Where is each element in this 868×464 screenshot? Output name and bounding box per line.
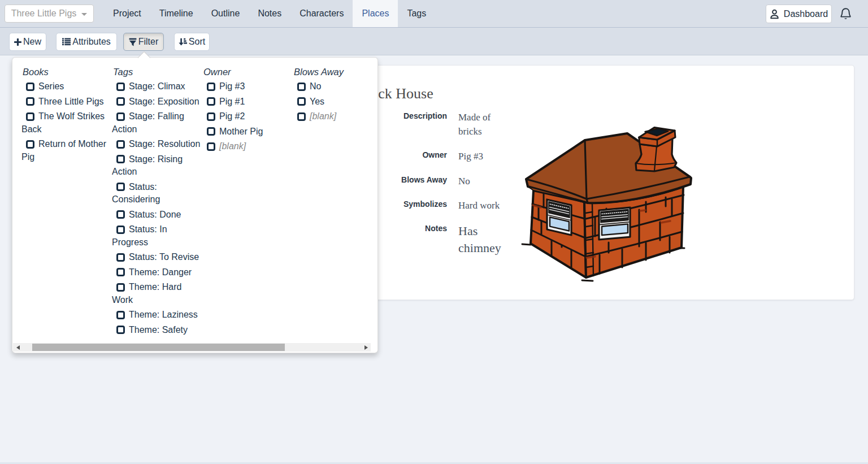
field-value[interactable]: Has chimney	[458, 223, 510, 257]
filter-option-label[interactable]: Stage: Climax	[129, 81, 185, 91]
dashboard-label: Dashboard	[784, 9, 828, 19]
checkbox[interactable]	[116, 140, 125, 149]
nav-tab-label: Tags	[407, 8, 426, 18]
filter-option: Stage: Resolution	[112, 138, 205, 151]
filter-option: [blank]	[293, 110, 385, 123]
checkbox[interactable]	[116, 97, 125, 106]
checkbox[interactable]	[116, 155, 125, 163]
checkbox[interactable]	[297, 112, 306, 121]
field-value[interactable]: Pig #3	[458, 149, 510, 163]
field-value[interactable]: Made of bricks	[458, 110, 510, 138]
filter-option-label[interactable]: Status: To Revise	[129, 252, 199, 262]
nav-tab[interactable]: Project	[104, 0, 150, 27]
filter-option: Mother Pig	[202, 125, 295, 138]
nav-tab[interactable]: Timeline	[150, 0, 202, 27]
filter-option: Series	[21, 80, 114, 93]
filter-button-label: Filter	[138, 37, 159, 47]
filter-option: Stage: Falling Action	[112, 110, 205, 136]
filter-option: Stage: Rising Action	[112, 153, 205, 179]
main-tabs: Project Timeline Outline Notes Character…	[104, 0, 435, 27]
filter-option: No	[293, 80, 385, 93]
nav-tab[interactable]: Places	[353, 0, 398, 27]
attributes-button[interactable]: Attributes	[56, 33, 117, 51]
checkbox[interactable]	[26, 112, 34, 121]
nav-tab[interactable]: Characters	[290, 0, 353, 27]
filter-option: Theme: Danger	[112, 266, 205, 279]
filter-option-label[interactable]: Mother Pig	[219, 127, 263, 136]
checkbox[interactable]	[116, 183, 125, 191]
checkbox[interactable]	[116, 112, 125, 121]
filter-option: Yes	[293, 96, 385, 109]
filter-option: Pig #3	[202, 80, 295, 93]
sort-button-label: Sort	[189, 37, 205, 47]
sort-button[interactable]: Sort	[174, 33, 210, 51]
filter-button[interactable]: Filter	[123, 33, 164, 51]
filter-option-label[interactable]: Yes	[310, 97, 324, 106]
filter-option: Theme: Laziness	[112, 309, 205, 322]
checkbox[interactable]	[26, 83, 34, 91]
nav-tab[interactable]: Notes	[249, 0, 290, 27]
filter-option-label[interactable]: Theme: Laziness	[129, 310, 198, 319]
checkbox[interactable]	[116, 83, 125, 91]
new-button-label: New	[23, 37, 41, 47]
nav-tab-label: Notes	[258, 8, 281, 18]
filter-option-label[interactable]: Pig #3	[219, 81, 245, 91]
checkbox[interactable]	[207, 83, 215, 91]
attributes-button-label: Attributes	[72, 37, 111, 47]
filter-option: Status: Considering	[112, 181, 205, 206]
nav-tab[interactable]: Outline	[202, 0, 249, 27]
filter-option: Stage: Exposition	[112, 96, 205, 109]
nav-tab-label: Timeline	[159, 8, 193, 18]
filter-option-label[interactable]: Theme: Safety	[129, 325, 188, 335]
nav-tab[interactable]: Tags	[398, 0, 435, 27]
filter-option-label[interactable]: Series	[38, 81, 64, 91]
checkbox[interactable]	[297, 83, 306, 91]
dashboard-button[interactable]: Dashboard	[766, 5, 832, 23]
user-icon	[770, 9, 779, 19]
project-switcher-button[interactable]: Three Little Pigs	[5, 5, 94, 23]
filter-option: Status: Done	[112, 209, 205, 222]
bell-icon[interactable]	[840, 7, 852, 20]
filter-option-label[interactable]: Pig #1	[219, 97, 245, 106]
filter-option-label[interactable]: Theme: Danger	[129, 267, 192, 277]
checkbox[interactable]	[116, 253, 125, 262]
field-value[interactable]: No	[458, 174, 510, 188]
nav-tab-label: Project	[113, 8, 141, 18]
filter-option-label[interactable]: Three Little Pigs	[38, 97, 104, 106]
checkbox[interactable]	[207, 112, 215, 121]
checkbox[interactable]	[26, 97, 34, 106]
filter-column-title: Books	[23, 66, 114, 78]
new-button[interactable]: New	[9, 33, 46, 51]
places-toolbar: New Attributes Filter Sort	[0, 28, 868, 55]
filter-option-label[interactable]: Pig #2	[219, 111, 245, 121]
checkbox[interactable]	[207, 127, 215, 136]
checkbox[interactable]	[207, 142, 215, 151]
filter-option: [blank]	[202, 140, 295, 153]
nav-tab-label: Outline	[211, 8, 240, 18]
filter-option: The Wolf Strikes Back	[21, 110, 114, 136]
checkbox[interactable]	[116, 226, 125, 234]
filter-option-label[interactable]: [blank]	[310, 111, 336, 121]
horizontal-scrollbar[interactable]	[13, 343, 371, 352]
filter-option-label[interactable]: [blank]	[219, 141, 246, 151]
filter-option-label[interactable]: Stage: Resolution	[129, 139, 200, 149]
checkbox[interactable]	[116, 311, 125, 319]
checkbox[interactable]	[297, 97, 306, 106]
field-value[interactable]: Hard work	[458, 198, 510, 213]
list-icon	[62, 38, 71, 46]
checkbox[interactable]	[26, 140, 34, 149]
filter-column-owner: Owner Pig #3 Pig #1 Pig #2 Mother Pig	[202, 66, 295, 155]
checkbox[interactable]	[116, 210, 125, 219]
filter-option-label[interactable]: No	[310, 81, 321, 91]
checkbox[interactable]	[116, 326, 125, 334]
checkbox[interactable]	[207, 97, 215, 106]
checkbox[interactable]	[116, 283, 125, 292]
checkbox[interactable]	[116, 268, 125, 276]
brick-house-image	[509, 114, 707, 294]
filter-option-label[interactable]: Stage: Exposition	[129, 97, 199, 106]
scrollbar-thumb[interactable]	[32, 344, 285, 351]
filter-option: Status: To Revise	[112, 251, 205, 264]
scroll-right-arrow[interactable]	[361, 343, 371, 352]
filter-option-label[interactable]: Status: Done	[129, 210, 181, 219]
scroll-left-arrow[interactable]	[13, 343, 23, 352]
